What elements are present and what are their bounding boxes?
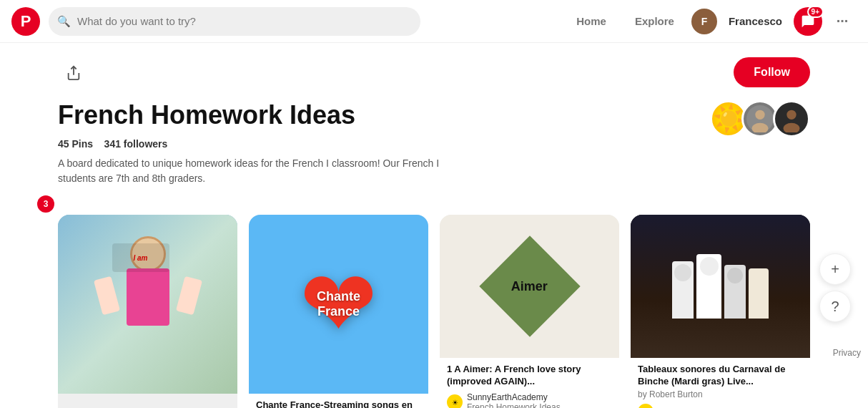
board-title: French Homework Ideas bbox=[58, 100, 710, 130]
pins-grid: I am ❤ ChanteFrance bbox=[58, 215, 810, 408]
pin-card-2[interactable]: ❤ ChanteFrance Chante France-Streaming s… bbox=[249, 215, 428, 408]
board-header: French Homework Ideas 45 Pins 341 follow… bbox=[58, 100, 810, 198]
pin-card-1[interactable]: I am bbox=[58, 215, 237, 408]
top-actions-row: Follow bbox=[58, 57, 810, 89]
follower-image-3 bbox=[778, 105, 805, 132]
sidebar-badge: 3 bbox=[37, 195, 54, 213]
notifications-button[interactable]: 9+ bbox=[794, 7, 822, 36]
pin-author-name-3: SunnyEarthAcademy bbox=[467, 392, 561, 402]
share-button[interactable] bbox=[58, 57, 89, 89]
search-icon: 🔍 bbox=[57, 15, 71, 28]
board-description: A board dedicated to unique homework ide… bbox=[58, 156, 451, 186]
svg-point-5 bbox=[786, 110, 796, 120]
app-header: P 🔍 Home Explore F Francesco 9+ ··· bbox=[0, 0, 868, 43]
follow-button[interactable]: Follow bbox=[734, 57, 810, 87]
search-bar: 🔍 bbox=[49, 7, 420, 36]
pin-author-row-3: ☀ SunnyEarthAcademy French Homework Idea… bbox=[447, 392, 612, 408]
pin-image-1: I am bbox=[58, 215, 237, 394]
pin-author-avatar-4: ☀ bbox=[638, 404, 654, 408]
pin-title-2: Chante France-Streaming songs en francai… bbox=[256, 399, 421, 408]
pin-card-3[interactable]: Aimer 1 A Aimer: A French love story (im… bbox=[440, 215, 619, 408]
nav-home[interactable]: Home bbox=[565, 9, 618, 33]
add-float-button[interactable]: + bbox=[819, 253, 851, 285]
pin-author-avatar-3: ☀ bbox=[447, 394, 463, 408]
share-icon bbox=[66, 65, 82, 81]
more-options-button[interactable]: ··· bbox=[828, 7, 857, 36]
pin-title-3: 1 A Aimer: A French love story (improved… bbox=[447, 364, 612, 388]
notification-badge: 9+ bbox=[807, 6, 824, 18]
pin-image-2: ❤ ChanteFrance bbox=[249, 215, 428, 394]
right-float-buttons: + ? bbox=[819, 253, 851, 322]
followers-count: 341 bbox=[104, 138, 121, 150]
pinterest-logo[interactable]: P bbox=[11, 7, 40, 36]
user-name-label[interactable]: Francesco bbox=[723, 12, 788, 30]
pins-label: Pins bbox=[71, 138, 93, 150]
pin-info-4: Tableaux sonores du Carnaval de Binche (… bbox=[631, 358, 810, 408]
follower-avatar-3[interactable] bbox=[773, 100, 810, 137]
pin-title-4: Tableaux sonores du Carnaval de Binche (… bbox=[638, 364, 803, 388]
user-avatar[interactable]: F bbox=[691, 9, 717, 34]
privacy-label[interactable]: Privacy bbox=[833, 348, 861, 358]
pin-card-4[interactable]: Tableaux sonores du Carnaval de Binche (… bbox=[631, 215, 810, 408]
pin-author-row-4: ☀ SunnyEarthAcademy bbox=[638, 404, 803, 408]
board-info: French Homework Ideas 45 Pins 341 follow… bbox=[58, 100, 710, 198]
nav-explore[interactable]: Explore bbox=[623, 9, 686, 33]
pin-image-3: Aimer bbox=[440, 215, 619, 358]
nav-right: Home Explore F Francesco 9+ ··· bbox=[565, 7, 857, 36]
pin-info-3: 1 A Aimer: A French love story (improved… bbox=[440, 358, 619, 408]
followers-avatars: ☀️ bbox=[710, 100, 810, 137]
search-input[interactable] bbox=[49, 7, 420, 36]
pin-board-3: French Homework Ideas bbox=[467, 402, 561, 408]
pin-subtitle-4: by Robert Burton bbox=[638, 389, 803, 399]
help-float-button[interactable]: ? bbox=[819, 291, 851, 322]
pin-info-2: Chante France-Streaming songs en francai… bbox=[249, 394, 428, 408]
board-meta: 45 Pins 341 followers bbox=[58, 136, 710, 152]
pins-count: 45 bbox=[58, 138, 69, 150]
follower-image-2 bbox=[746, 105, 774, 132]
pin-image-4 bbox=[631, 215, 810, 358]
followers-label: followers bbox=[124, 138, 167, 150]
main-content: Follow French Homework Ideas 45 Pins 341… bbox=[41, 43, 827, 408]
svg-point-2 bbox=[755, 110, 764, 120]
